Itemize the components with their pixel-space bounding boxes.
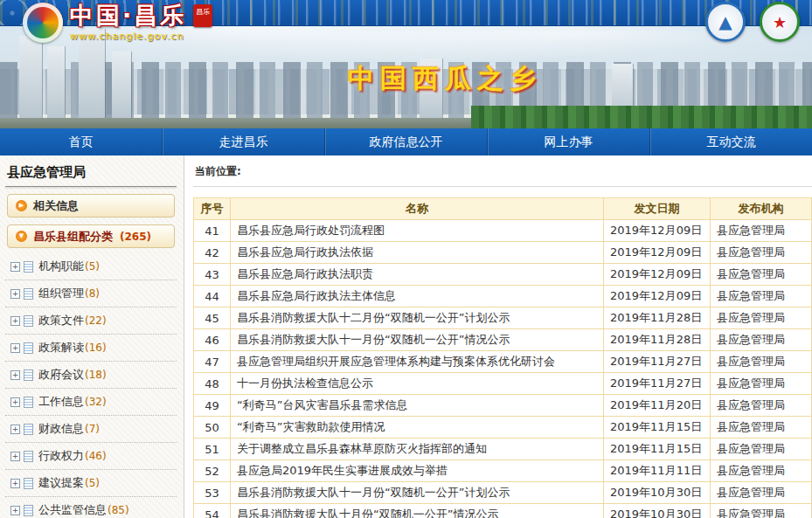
category-count: (265) — [120, 231, 151, 243]
tree-item[interactable]: +机构职能(5) — [5, 253, 177, 280]
record-title-link[interactable]: 十一月份执法检查信息公示 — [231, 373, 604, 395]
tree-item[interactable]: +建议提案(5) — [5, 470, 177, 497]
nav-item-1[interactable]: 走进昌乐 — [162, 128, 324, 155]
record-date: 2019年12月09日 — [604, 264, 711, 286]
column-header-3: 发布机构 — [711, 198, 812, 220]
record-title-link[interactable]: 昌乐县消防救援大队十月份“双随机一公开”情况公示 — [231, 504, 604, 518]
record-date: 2019年11月28日 — [604, 307, 711, 329]
expand-plus-icon[interactable]: + — [10, 370, 20, 380]
records-tbody: 41昌乐县应急局行政处罚流程图2019年12月09日县应急管理局42昌乐县应急局… — [194, 220, 812, 518]
expand-plus-icon[interactable]: + — [10, 316, 20, 326]
tree-item[interactable]: +公共监管信息(85) — [5, 497, 177, 518]
expand-plus-icon[interactable]: + — [10, 425, 20, 434]
record-title-link[interactable]: 昌乐县应急局行政执法依据 — [231, 242, 604, 264]
main-panel: 当前位置: 序号名称发文日期发布机构 41昌乐县应急局行政处罚流程图2019年1… — [184, 155, 812, 518]
tree-item-label: 公共监管信息 — [38, 502, 107, 518]
nav-item-2[interactable]: 政府信息公开 — [324, 128, 487, 155]
record-number: 51 — [194, 439, 231, 460]
expand-plus-icon[interactable]: + — [10, 262, 20, 272]
tree-item-count: (8) — [85, 287, 100, 300]
banner-slogan: 中国西瓜之乡 — [348, 61, 542, 97]
record-org: 县应急管理局 — [711, 351, 812, 373]
nav-item-4[interactable]: 互动交流 — [649, 128, 812, 155]
tree-item-label: 政府会议 — [38, 367, 84, 383]
record-title-link[interactable]: 昌乐县消防救援大队十二月份“双随机一公开”计划公示 — [231, 307, 604, 329]
related-info-button[interactable]: ▶ 相关信息 — [7, 194, 175, 218]
header-row: 序号名称发文日期发布机构 — [194, 198, 812, 220]
tree-item-count: (5) — [85, 260, 100, 273]
record-number: 46 — [194, 329, 231, 351]
tree-item[interactable]: +政策文件(22) — [5, 307, 177, 335]
table-row: 49“利奇马”台风灾害昌乐县需求信息2019年11月20日县应急管理局 — [194, 395, 812, 417]
tree-item[interactable]: +财政信息(7) — [5, 416, 177, 443]
record-number: 44 — [194, 286, 231, 307]
record-date: 2019年11月27日 — [604, 373, 711, 395]
record-date: 2019年11月27日 — [604, 351, 711, 373]
document-icon — [24, 478, 33, 489]
record-title-link[interactable]: 县应急局2019年民生实事进展成效与举措 — [231, 460, 604, 482]
table-row: 54昌乐县消防救援大队十月份“双随机一公开”情况公示2019年10月30日县应急… — [194, 504, 812, 518]
record-title-link[interactable]: 昌乐县消防救援大队十一月份“双随机一公开”计划公示 — [231, 482, 604, 504]
record-number: 48 — [194, 373, 231, 395]
record-org: 县应急管理局 — [711, 460, 812, 482]
tree-item-label: 政策文件 — [38, 313, 84, 328]
expand-plus-icon[interactable]: + — [10, 343, 20, 353]
record-org: 县应急管理局 — [711, 439, 812, 460]
table-row: 48十一月份执法检查信息公示2019年11月27日县应急管理局 — [194, 373, 812, 395]
record-org: 县应急管理局 — [711, 307, 812, 329]
arrow-right-icon: ▶ — [16, 200, 27, 211]
expand-plus-icon[interactable]: + — [10, 289, 20, 299]
record-title-link[interactable]: 昌乐县应急局行政执法主体信息 — [231, 286, 604, 307]
sidebar: 县应急管理局 ▶ 相关信息 ▼ 昌乐县组配分类 (265) +机构职能(5)+组… — [0, 155, 184, 518]
record-date: 2019年11月15日 — [604, 439, 711, 460]
tree-item-label: 工作信息 — [38, 394, 84, 410]
record-date: 2019年11月28日 — [604, 329, 711, 351]
content-area: 县应急管理局 ▶ 相关信息 ▼ 昌乐县组配分类 (265) +机构职能(5)+组… — [0, 155, 812, 518]
main-nav: 首页走进昌乐政府信息公开网上办事互动交流 — [0, 128, 812, 155]
column-header-1: 名称 — [231, 198, 604, 220]
record-title-link[interactable]: 昌乐县应急局行政处罚流程图 — [231, 220, 604, 242]
tree-item[interactable]: +工作信息(32) — [5, 389, 177, 416]
record-org: 县应急管理局 — [711, 242, 812, 264]
table-row: 42昌乐县应急局行政执法依据2019年12月09日县应急管理局 — [194, 242, 812, 264]
record-org: 县应急管理局 — [711, 329, 812, 351]
record-org: 县应急管理局 — [711, 286, 812, 307]
expand-plus-icon[interactable]: + — [10, 452, 20, 461]
record-date: 2019年10月30日 — [604, 482, 711, 504]
tree-item-count: (46) — [85, 450, 107, 462]
record-title-link[interactable]: 昌乐县消防救援大队十一月份“双随机一公开”情况公示 — [231, 329, 604, 351]
tree-item-label: 建议提案 — [38, 475, 84, 491]
banner-badges: ▲ ★ — [705, 2, 800, 42]
column-header-0: 序号 — [194, 198, 231, 220]
record-title-link[interactable]: 昌乐县应急局行政执法职责 — [231, 264, 604, 286]
record-title-link[interactable]: 关于调整成立昌乐县森林草原防灭火指挥部的通知 — [231, 439, 604, 460]
tree-item-count: (85) — [108, 504, 129, 516]
record-number: 52 — [194, 460, 231, 482]
nav-item-0[interactable]: 首页 — [0, 128, 162, 155]
record-date: 2019年10月30日 — [604, 504, 711, 518]
nav-item-3[interactable]: 网上办事 — [487, 128, 649, 155]
table-row: 50“利奇马”灾害救助款使用情况2019年11月15日县应急管理局 — [194, 417, 812, 439]
category-button[interactable]: ▼ 昌乐县组配分类 (265) — [7, 224, 175, 248]
record-number: 42 — [194, 242, 231, 264]
record-org: 县应急管理局 — [711, 504, 812, 518]
record-number: 49 — [194, 395, 231, 417]
site-emblem-icon — [23, 3, 63, 43]
record-title-link[interactable]: “利奇马”灾害救助款使用情况 — [231, 417, 604, 439]
record-org: 县应急管理局 — [711, 395, 812, 417]
site-logo[interactable]: 中国·昌乐 www.changle.gov.cn 昌乐 — [23, 3, 212, 43]
record-title-link[interactable]: 县应急管理局组织开展应急管理体系构建与预案体系优化研讨会 — [231, 351, 604, 373]
tree-item[interactable]: +政策解读(16) — [5, 335, 177, 362]
expand-plus-icon[interactable]: + — [10, 506, 20, 515]
expand-plus-icon[interactable]: + — [10, 479, 20, 488]
site-title: 中国·昌乐 — [70, 3, 186, 29]
record-date: 2019年11月20日 — [604, 395, 711, 417]
table-row: 52县应急局2019年民生实事进展成效与举措2019年11月11日县应急管理局 — [194, 460, 812, 482]
tree-item[interactable]: +行政权力(46) — [5, 443, 177, 470]
expand-plus-icon[interactable]: + — [10, 397, 20, 407]
record-title-link[interactable]: “利奇马”台风灾害昌乐县需求信息 — [231, 395, 604, 417]
document-icon — [24, 424, 33, 435]
tree-item-label: 组织管理 — [38, 286, 84, 301]
tree-item[interactable]: +政府会议(18) — [5, 362, 177, 389]
tree-item[interactable]: +组织管理(8) — [5, 280, 177, 307]
